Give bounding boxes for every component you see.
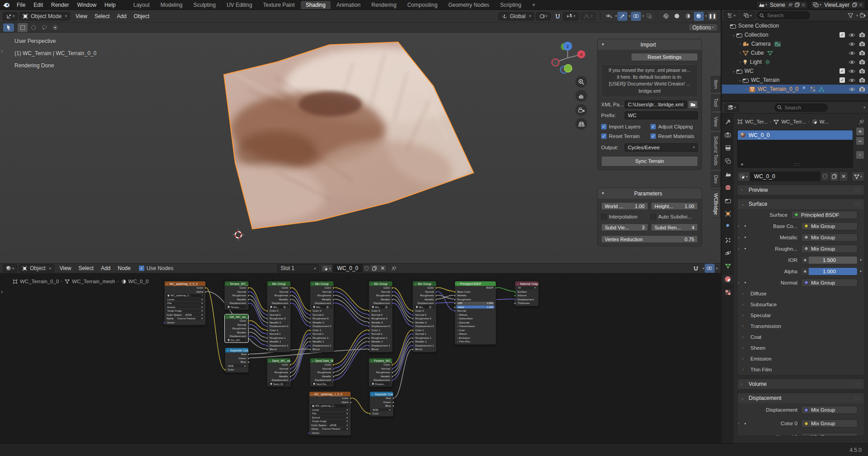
socket-normal[interactable] <box>332 368 335 370</box>
viewlayer-selector[interactable]: ▾ ViewLayer ✕ <box>811 1 865 9</box>
ortho-grid-icon[interactable] <box>575 118 587 130</box>
param-field-1[interactable]: Height...1.00 <box>651 202 698 210</box>
socket-bsdf[interactable] <box>495 287 497 289</box>
section-specular[interactable]: ›Specular <box>738 310 864 321</box>
surface-row-roughn--field[interactable]: Mix Group <box>801 245 858 253</box>
disable-render-camera-icon[interactable] <box>859 68 865 74</box>
socket-surface[interactable] <box>514 291 516 293</box>
filter-icon[interactable] <box>848 13 854 18</box>
workspace-tab-modeling[interactable]: Modeling <box>156 1 188 9</box>
shading-solid-icon[interactable] <box>672 12 682 21</box>
socket-displacement[interactable] <box>435 302 437 304</box>
socket-blue[interactable] <box>392 405 394 407</box>
socket-metallic-1[interactable] <box>266 341 268 343</box>
shader-menu-node[interactable]: Node <box>114 265 134 271</box>
workspace-tab-uv-editing[interactable]: UV Editing <box>222 1 257 9</box>
socket-alpha[interactable] <box>204 291 207 293</box>
hide-eye-icon[interactable] <box>849 42 855 47</box>
hide-eye-icon[interactable] <box>849 51 855 56</box>
workspace-tab-layout[interactable]: Layout <box>128 1 155 9</box>
select-mode-paint-icon[interactable] <box>50 23 60 32</box>
breadcrumb-mesh[interactable]: WC_Terr... <box>781 119 806 124</box>
editor-type-button[interactable]: ▾ <box>3 264 17 272</box>
properties-tab-texture[interactable] <box>722 288 733 297</box>
socket-metallic[interactable] <box>454 294 456 297</box>
socket-displacement-0[interactable] <box>266 325 268 328</box>
panel-grip[interactable]: :::: <box>854 188 861 192</box>
workspace-tab-sculpting[interactable]: Sculpting <box>189 1 221 9</box>
socket-metallic-1[interactable] <box>412 341 414 343</box>
expand-icon[interactable]: › Emission <box>457 337 470 339</box>
socket-blend[interactable] <box>368 348 370 351</box>
output-dropdown[interactable]: Cycles/Eevee▾ <box>625 143 698 152</box>
topbar-menu-edit[interactable]: Edit <box>29 2 47 8</box>
socket-roughness[interactable] <box>391 371 394 374</box>
overlays-toggle-icon[interactable] <box>631 12 641 21</box>
section-thin-film[interactable]: ›Thin Film <box>738 364 864 375</box>
sidebar-expand-icon[interactable]: › <box>1 289 3 295</box>
pair-dropdown[interactable]: Channel Packed▾ <box>320 428 349 431</box>
displacement-row-normal-0-field[interactable]: Mix Group <box>801 433 858 436</box>
shader-menu-view[interactable]: View <box>56 265 75 271</box>
socket-metallic-1[interactable] <box>368 341 370 343</box>
viewport-menu-add[interactable]: Add <box>113 13 130 19</box>
socket-color[interactable] <box>332 364 335 366</box>
expand-icon[interactable]: › <box>737 60 743 64</box>
socket-metallic-0[interactable] <box>412 322 414 324</box>
node-datablock-field[interactable]: Sand_W...▫ <box>269 382 289 385</box>
collapse-icon[interactable]: ⌄ <box>414 282 417 285</box>
socket-roughness-0[interactable] <box>266 318 268 320</box>
node-separate-color[interactable]: ⌄Separate ColorRedGreenBlueRGB▾Color <box>225 347 249 373</box>
viewport-3d[interactable]: User Perspective (1) WC_Terrain | WC_Ter… <box>0 33 721 263</box>
workspace-tab-rendering[interactable]: Rendering <box>366 1 401 9</box>
new-viewlayer-icon[interactable] <box>852 2 857 7</box>
node-dirt-wc-wc-1-[interactable]: ⌄Dirt_WC_wc_1...ColorNormalRoughnessMeta… <box>224 314 249 343</box>
section-transmission[interactable]: ›Transmission <box>738 321 864 332</box>
panel-grip[interactable]: :::: <box>854 396 861 400</box>
socket-roughness-1[interactable] <box>412 337 414 339</box>
checkbox-adjust-clipping[interactable]: ✓Adjust Clipping <box>650 124 698 129</box>
transform-orientation-dropdown[interactable]: Global ▾ <box>498 12 534 20</box>
node-fold-row[interactable]: › Thin Film <box>455 340 496 344</box>
socket-normal[interactable] <box>391 291 394 293</box>
node-mix-group[interactable]: ⌄Mix GroupColorNormalRoughnessMetallicDi… <box>267 281 291 352</box>
node-wc-splatmap-0-0-0[interactable]: ⌄WC_splatmap_0_0_0ColorAlphaWC_splatmap_… <box>164 281 206 325</box>
socket-roughness-0[interactable] <box>412 318 414 320</box>
node-sand-wc-wc-[interactable]: ⌄Sand_WC_wc_...ColorNormalRoughnessMetal… <box>267 358 291 387</box>
expand-icon[interactable]: › <box>742 313 747 318</box>
collapse-icon[interactable]: ⌄ <box>371 392 374 396</box>
param-field2-0[interactable]: Subd Vie...3 <box>601 223 648 231</box>
expand-icon[interactable]: › <box>738 421 743 426</box>
expand-icon[interactable]: › Subsurface <box>457 317 473 320</box>
surface-row-base-co--field[interactable]: Mix Group <box>801 222 858 230</box>
socket-normal[interactable] <box>247 324 250 326</box>
socket-displacement[interactable] <box>391 302 394 304</box>
surface-row-alpha-slider[interactable]: 1.000 <box>801 267 858 276</box>
npanel-tab-item[interactable]: Item <box>711 76 721 92</box>
socket-volume[interactable] <box>514 294 516 297</box>
node-dropdown[interactable]: Single Image▾ <box>311 420 349 423</box>
socket-color[interactable] <box>247 320 250 322</box>
outliner-row-scene-collection[interactable]: Scene Collection <box>722 21 868 30</box>
param-field-0[interactable]: World ...1.00 <box>601 202 648 210</box>
import-panel-header[interactable]: ▼ Import <box>598 39 702 50</box>
socket-blend[interactable] <box>266 348 268 351</box>
fake-user-shield-icon[interactable] <box>363 264 370 272</box>
node-datablock-field[interactable]: WC_splatmap_0...▫ <box>166 294 204 297</box>
socket-roughness[interactable] <box>247 328 250 330</box>
breadcrumb-object[interactable]: WC_Terrain_0_0 <box>20 279 59 284</box>
slot-specials-dropdown[interactable]: ▾ <box>856 151 864 159</box>
socket-displacement[interactable] <box>514 299 516 301</box>
disable-render-camera-icon[interactable] <box>859 59 865 65</box>
properties-tab-tool[interactable] <box>722 117 733 126</box>
node-dropdown[interactable]: Flat▾ <box>311 412 349 415</box>
socket-color[interactable] <box>391 287 394 289</box>
add-workspace-button[interactable]: + <box>527 1 541 9</box>
preview-panel[interactable]: › Preview :::: <box>737 185 864 195</box>
collection-checkbox[interactable]: ✓ <box>840 77 845 83</box>
breadcrumb-mesh[interactable]: WC_Terrain_mesh <box>72 279 115 284</box>
remove-slot-button[interactable]: − <box>856 137 864 145</box>
section-coat[interactable]: ›Coat <box>738 332 864 342</box>
properties-tab-output[interactable] <box>722 143 733 152</box>
collapse-icon[interactable]: ⌄ <box>226 282 228 285</box>
